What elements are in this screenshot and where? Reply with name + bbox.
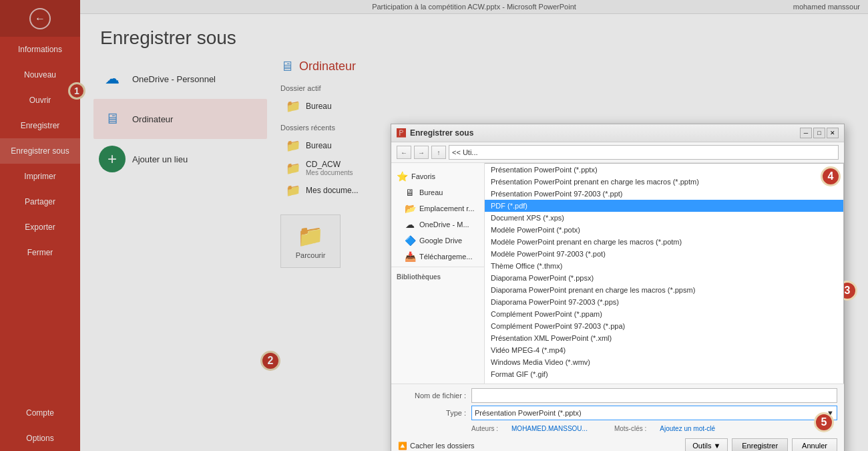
sidebar-bureau[interactable]: 🖥 Bureau bbox=[391, 184, 484, 200]
type-label: Type : bbox=[398, 409, 471, 417]
auteurs-label: Auteurs : bbox=[471, 425, 498, 432]
type-dropdown-list[interactable]: Présentation PowerPoint (*.pptx) Présent… bbox=[485, 163, 844, 384]
sidebar-emplacement[interactable]: 📂 Emplacement r... bbox=[391, 200, 484, 216]
sidebar-telechargements[interactable]: 📥 Téléchargeme... bbox=[391, 249, 484, 265]
minimize-button[interactable]: ─ bbox=[800, 128, 812, 138]
mots-cles-value[interactable]: Ajoutez un mot-clé bbox=[660, 425, 715, 432]
nav-forward-button[interactable]: → bbox=[414, 146, 429, 159]
type-option-18[interactable]: Format JPEG (*.jpg) bbox=[485, 380, 843, 384]
type-option-8[interactable]: Thème Office (*.thmx) bbox=[485, 260, 843, 272]
type-option-10[interactable]: Diaporama PowerPoint prenant en charge l… bbox=[485, 284, 843, 296]
type-option-12[interactable]: Complément PowerPoint (*.ppam) bbox=[485, 308, 843, 320]
tools-arrow: ▼ bbox=[713, 442, 720, 450]
onedrive-dialog-label: OneDrive - M... bbox=[419, 220, 469, 229]
dialog-footer: Nom de fichier : Type : Présentation Pow… bbox=[391, 384, 844, 451]
emplacement-label: Emplacement r... bbox=[419, 204, 475, 212]
enregistrer-button[interactable]: Enregistrer bbox=[732, 438, 788, 451]
annotation-5: 5 bbox=[814, 412, 834, 432]
dialog-title-icon: 🅿 bbox=[397, 128, 406, 138]
annuler-button[interactable]: Annuler bbox=[792, 438, 837, 451]
bureau-label: Bureau bbox=[419, 188, 443, 196]
type-option-17[interactable]: Format GIF (*.gif) bbox=[485, 368, 843, 380]
type-option-14[interactable]: Présentation XML PowerPoint (*.xml) bbox=[485, 332, 843, 344]
annuler-label: Annuler bbox=[802, 442, 827, 450]
filename-input[interactable] bbox=[471, 388, 837, 403]
type-option-1[interactable]: Présentation PowerPoint prenant en charg… bbox=[485, 176, 843, 188]
dialog-sidebar: ⭐ Favoris 🖥 Bureau 📂 Emplacement r... ☁ … bbox=[391, 163, 485, 384]
filename-row: Nom de fichier : bbox=[398, 388, 837, 403]
dialog-path-text: << Uti... bbox=[452, 148, 478, 156]
dialog-body: ⭐ Favoris 🖥 Bureau 📂 Emplacement r... ☁ … bbox=[391, 163, 844, 384]
maximize-button[interactable]: □ bbox=[813, 128, 825, 138]
separator-1 bbox=[391, 267, 484, 267]
save-dialog: 🅿 Enregistrer sous ─ □ ✕ ← → ↑ << Uti...… bbox=[391, 124, 845, 451]
type-option-2[interactable]: Présentation PowerPoint 97-2003 (*.ppt) bbox=[485, 188, 843, 200]
type-option-5[interactable]: Modèle PowerPoint (*.potx) bbox=[485, 224, 843, 236]
bibliotheques-label: Bibliothèques bbox=[397, 273, 441, 281]
favoris-label: Favoris bbox=[411, 172, 435, 180]
type-option-13[interactable]: Complément PowerPoint 97-2003 (*.ppa) bbox=[485, 320, 843, 332]
telechargements-label: Téléchargeme... bbox=[419, 253, 472, 261]
dialog-titlebar: 🅿 Enregistrer sous ─ □ ✕ bbox=[391, 124, 844, 142]
type-option-9[interactable]: Diaporama PowerPoint (*.ppsx) bbox=[485, 272, 843, 284]
type-option-11[interactable]: Diaporama PowerPoint 97-2003 (*.pps) bbox=[485, 296, 843, 308]
hide-folders-button[interactable]: 🔼 Cacher les dossiers bbox=[398, 442, 475, 450]
type-option-6[interactable]: Modèle PowerPoint prenant en charge les … bbox=[485, 236, 843, 248]
telechargements-icon: 📥 bbox=[405, 251, 415, 262]
dialog-toolbar: ← → ↑ << Uti... bbox=[391, 142, 844, 163]
dialog-title-text: Enregistrer sous bbox=[410, 128, 800, 138]
nav-back-button[interactable]: ← bbox=[397, 146, 411, 159]
favoris-icon: ⭐ bbox=[397, 171, 407, 182]
dialog-controls: ─ □ ✕ bbox=[800, 128, 839, 138]
bureau-icon: 🖥 bbox=[405, 187, 415, 198]
type-option-16[interactable]: Windows Media Video (*.wmv) bbox=[485, 356, 843, 368]
footer-meta: Auteurs : MOHAMED.MANSSOU... Mots-clés :… bbox=[471, 423, 837, 434]
emplacement-icon: 📂 bbox=[405, 203, 415, 214]
tools-button[interactable]: Outils ▼ bbox=[685, 438, 728, 451]
tools-label: Outils bbox=[692, 442, 711, 450]
hide-folders-arrow: 🔼 bbox=[398, 442, 407, 450]
google-drive-label: Google Drive bbox=[419, 237, 462, 245]
sidebar-favoris[interactable]: ⭐ Favoris bbox=[391, 168, 484, 184]
bibliotheques-section: Bibliothèques bbox=[391, 269, 484, 282]
filename-label: Nom de fichier : bbox=[398, 392, 471, 400]
enregistrer-label: Enregistrer bbox=[742, 442, 778, 450]
hide-folders-label: Cacher les dossiers bbox=[410, 442, 475, 450]
footer-buttons: 🔼 Cacher les dossiers Outils ▼ Enregistr… bbox=[398, 438, 837, 451]
type-select[interactable]: Présentation PowerPoint (*.pptx) ▼ bbox=[471, 406, 837, 420]
dialog-path[interactable]: << Uti... bbox=[449, 145, 839, 160]
type-select-value: Présentation PowerPoint (*.pptx) bbox=[475, 409, 582, 417]
type-option-4[interactable]: Document XPS (*.xps) bbox=[485, 212, 843, 224]
action-buttons: Outils ▼ Enregistrer Annuler bbox=[685, 438, 837, 451]
sidebar-google-drive[interactable]: 🔷 Google Drive bbox=[391, 233, 484, 249]
mots-cles-label: Mots-clés : bbox=[614, 425, 646, 432]
dialog-overlay: 🅿 Enregistrer sous ─ □ ✕ ← → ↑ << Uti...… bbox=[0, 0, 868, 451]
dialog-main: Organiser ▼ No... 🅿 Microsoft Powe... Pr… bbox=[485, 163, 844, 384]
google-drive-icon: 🔷 bbox=[405, 235, 415, 246]
type-option-0[interactable]: Présentation PowerPoint (*.pptx) bbox=[485, 164, 843, 176]
sidebar-onedrive[interactable]: ☁ OneDrive - M... bbox=[391, 216, 484, 233]
auteurs-value[interactable]: MOHAMED.MANSSOU... bbox=[511, 425, 588, 432]
type-row: Type : Présentation PowerPoint (*.pptx) … bbox=[398, 406, 837, 420]
annotation-4: 4 bbox=[821, 166, 841, 186]
type-option-3[interactable]: PDF (*.pdf) bbox=[485, 200, 843, 212]
type-option-15[interactable]: Vidéo MPEG-4 (*.mp4) bbox=[485, 344, 843, 356]
onedrive-dialog-icon: ☁ bbox=[405, 219, 415, 230]
nav-up-button[interactable]: ↑ bbox=[431, 146, 446, 159]
type-option-7[interactable]: Modèle PowerPoint 97-2003 (*.pot) bbox=[485, 248, 843, 260]
close-button[interactable]: ✕ bbox=[827, 128, 839, 138]
